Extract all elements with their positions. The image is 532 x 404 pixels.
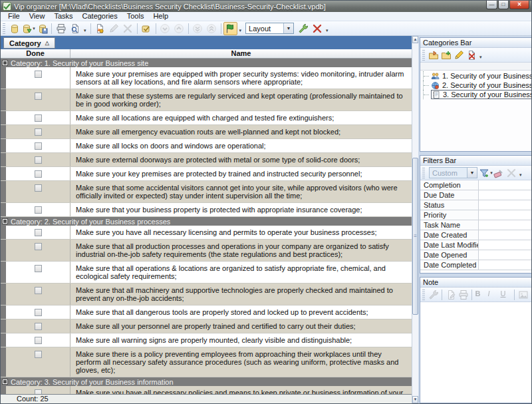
task-checkbox[interactable] (35, 229, 42, 236)
category-item[interactable]: 1. Security of your Business site99 (420, 71, 531, 81)
close-button[interactable]: ✕ (509, 1, 529, 9)
filter-value-field[interactable] (479, 240, 531, 250)
group-by-category-button[interactable]: Category △ (3, 37, 55, 49)
new-task-button[interactable] (93, 22, 107, 35)
filter-value-field[interactable] (479, 190, 531, 200)
task-row[interactable]: Make sure that all production processes … (1, 240, 412, 262)
column-header-done[interactable]: Done (1, 49, 70, 58)
task-checkbox[interactable] (35, 170, 42, 178)
note-content[interactable] (420, 302, 531, 403)
toolbar-grip[interactable] (3, 23, 5, 34)
minimize-button[interactable]: — (486, 1, 497, 9)
toolbar-overflow-chevron-icon[interactable]: ▾ (324, 26, 331, 35)
task-row[interactable]: Make sure that these systems are regular… (1, 89, 412, 111)
task-row[interactable]: Make sure that all dangerous tools are p… (1, 305, 412, 319)
complete-task-button[interactable] (140, 22, 154, 35)
filter-value-field[interactable] (479, 180, 531, 190)
customize-layout-button[interactable] (296, 22, 310, 35)
maximize-button[interactable]: □ (498, 1, 509, 9)
vertical-scrollbar[interactable]: ▲ ▼ (412, 36, 418, 403)
task-checkbox[interactable] (35, 389, 42, 394)
toolbar-overflow-chevron-icon[interactable]: ▾ (517, 170, 524, 180)
task-checkbox[interactable] (35, 114, 42, 122)
chevron-down-icon[interactable]: ▼ (283, 23, 293, 33)
task-checkbox[interactable] (35, 287, 42, 294)
task-row[interactable]: Make sure your premises are equipped wit… (1, 67, 412, 89)
task-row[interactable]: Make sure you have all necessary policie… (1, 386, 412, 394)
task-checkbox[interactable] (35, 337, 42, 344)
task-checkbox[interactable] (35, 243, 42, 250)
group-header[interactable]: Category: 2. Security of your Business p… (1, 217, 412, 226)
task-row[interactable]: Make sure all emergency evacuation routs… (1, 125, 412, 139)
filter-preset-combobox[interactable]: Custom▼ (429, 167, 477, 178)
toolbar-grip[interactable] (422, 50, 425, 61)
layout-combobox[interactable]: Layout▼ (245, 23, 294, 34)
task-checkbox[interactable] (35, 128, 42, 136)
task-checkbox[interactable] (35, 156, 42, 164)
task-checkbox[interactable] (35, 309, 42, 316)
scroll-down-button[interactable]: ▼ (412, 396, 418, 403)
task-row[interactable]: Make sure external doorways are protecte… (1, 153, 412, 167)
category-item[interactable]: 3. Security of your Business information… (420, 90, 531, 99)
scroll-up-button[interactable]: ▲ (412, 36, 418, 43)
save-database-button[interactable] (35, 22, 49, 35)
delete-category-button[interactable] (465, 49, 477, 62)
edit-category-button[interactable] (452, 49, 465, 62)
task-row[interactable]: Make sure your key premises are protecte… (1, 167, 412, 181)
toolbar-grip[interactable] (422, 290, 425, 300)
task-row[interactable]: Make sure that all machinery and support… (1, 284, 412, 305)
scrollbar-thumb[interactable] (412, 158, 418, 315)
task-checkbox[interactable] (35, 206, 42, 214)
task-checkbox[interactable] (35, 323, 42, 330)
clear-filter-button[interactable] (492, 166, 505, 180)
scrollbar-track[interactable] (412, 43, 418, 396)
new-category-button[interactable] (440, 49, 452, 62)
task-row[interactable]: Make sure you have all necessary licensi… (1, 226, 412, 240)
filter-value-field[interactable] (479, 210, 531, 220)
print-preview-button[interactable] (68, 22, 82, 35)
task-row[interactable]: Make sure that all operations & location… (1, 262, 412, 284)
menu-item-file[interactable]: File (3, 12, 25, 21)
task-row[interactable]: Make sure all your personnel are properl… (1, 319, 412, 333)
filter-value-field[interactable] (479, 250, 531, 260)
filter-value-field[interactable] (479, 230, 531, 240)
layout-view-button[interactable] (223, 22, 237, 35)
open-database-button[interactable]: ▾ (21, 22, 35, 35)
task-checkbox[interactable] (35, 93, 42, 100)
task-row[interactable]: Make sure that your business property is… (1, 203, 412, 217)
collapse-group-icon[interactable] (2, 379, 8, 385)
chevron-down-icon[interactable]: ▼ (467, 168, 477, 178)
print-button[interactable] (54, 22, 68, 35)
task-checkbox[interactable] (35, 351, 42, 358)
menu-item-tasks[interactable]: Tasks (49, 12, 77, 21)
toolbar-overflow-chevron-icon[interactable]: ▾ (237, 26, 244, 35)
toolbar-overflow-chevron-icon[interactable]: ▾ (477, 53, 484, 62)
group-header[interactable]: Category: 1. Security of your Business s… (1, 59, 412, 67)
task-checkbox[interactable] (35, 142, 42, 150)
new-database-button[interactable] (7, 22, 21, 35)
toolbar-grip[interactable] (422, 168, 425, 178)
group-header[interactable]: Category: 3. Security of your Business i… (1, 377, 412, 386)
task-checkbox[interactable] (35, 71, 42, 78)
task-checkbox[interactable] (35, 265, 42, 272)
task-row[interactable]: Make sure that some accidental visitors … (1, 181, 412, 203)
category-item[interactable]: 2. Security of your Business processes88 (420, 81, 531, 90)
open-category-button[interactable] (427, 49, 440, 62)
collapse-group-icon[interactable] (2, 218, 8, 224)
apply-filter-button[interactable]: ▾ (479, 166, 492, 180)
collapse-group-icon[interactable] (2, 60, 8, 66)
menu-item-view[interactable]: View (25, 12, 50, 21)
toolbar-overflow-chevron-icon[interactable]: ▾ (82, 26, 88, 35)
filter-value-field[interactable] (479, 200, 531, 210)
menu-item-tools[interactable]: Tools (122, 12, 149, 21)
delete-layout-button[interactable] (310, 22, 324, 35)
menu-item-help[interactable]: Help (148, 12, 173, 21)
task-row[interactable]: Make sure all locations are equipped wit… (1, 111, 412, 125)
filter-value-field[interactable] (479, 220, 531, 230)
task-row[interactable]: Make sure there is a policy preventing e… (1, 347, 412, 377)
menu-item-categories[interactable]: Categories (78, 12, 122, 21)
task-row[interactable]: Make sure all warning signs are properly… (1, 333, 412, 347)
task-row[interactable]: Make sure all locks on doors and windows… (1, 139, 412, 153)
task-checkbox[interactable] (35, 184, 42, 192)
filter-value-field[interactable] (479, 260, 531, 270)
